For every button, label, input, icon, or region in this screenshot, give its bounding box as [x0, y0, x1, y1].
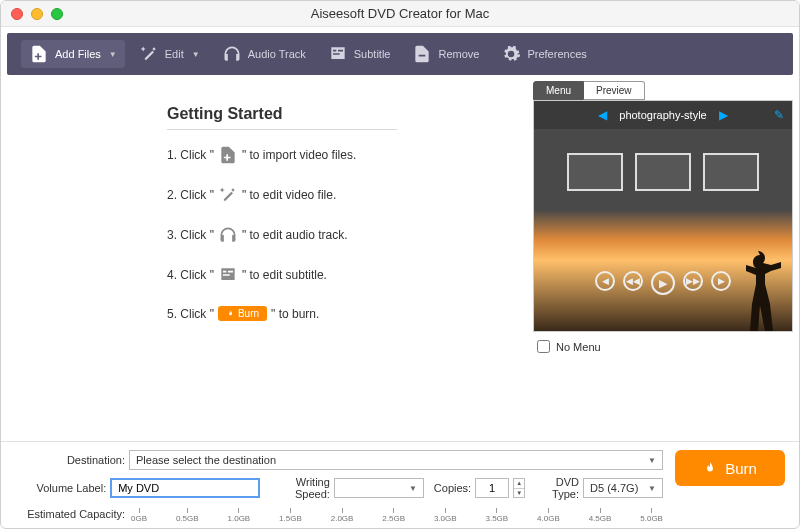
remove-icon [412, 44, 432, 64]
template-name: photography-style [619, 109, 706, 121]
rewind-button[interactable]: ◀◀ [623, 271, 643, 291]
volume-label-label: Volume Label: [15, 482, 106, 494]
edit-button[interactable]: Edit ▼ [131, 40, 208, 68]
capacity-tick: 2.5GB [382, 508, 405, 523]
prev-button[interactable]: ◀ [595, 271, 615, 291]
tab-menu[interactable]: Menu [533, 81, 584, 100]
edit-label: Edit [165, 48, 184, 60]
play-button[interactable]: ▶ [651, 271, 675, 295]
add-files-button[interactable]: Add Files ▼ [21, 40, 125, 68]
remove-label: Remove [438, 48, 479, 60]
tab-preview[interactable]: Preview [584, 81, 645, 100]
preview-tabs: Menu Preview [533, 81, 793, 100]
add-files-icon [29, 44, 49, 64]
capacity-meter: 0GB0.5GB1.0GB1.5GB2.0GB2.5GB3.0GB3.5GB4.… [131, 508, 663, 522]
template-thumbs [534, 153, 792, 191]
edit-template-icon[interactable]: ✎ [774, 108, 784, 122]
no-menu-checkbox[interactable] [537, 340, 550, 353]
subtitle-icon [218, 266, 238, 284]
headphones-icon [218, 226, 238, 244]
step-4: 4. Click " " to edit subtitle. [167, 266, 397, 284]
content-area: Getting Started 1. Click " " to import v… [1, 81, 799, 441]
template-next-icon[interactable]: ▶ [719, 108, 728, 122]
copies-input[interactable] [475, 478, 509, 498]
bottom-panel: Destination: Please select the destinati… [1, 441, 799, 528]
writing-speed-label: Writing Speed: [270, 476, 330, 500]
chevron-down-icon: ▼ [648, 484, 656, 493]
destination-label: Destination: [15, 454, 125, 466]
add-files-label: Add Files [55, 48, 101, 60]
template-prev-icon[interactable]: ◀ [598, 108, 607, 122]
photographer-silhouette [728, 231, 788, 331]
thumb-slot [567, 153, 623, 191]
flame-icon [703, 460, 717, 476]
menu-preview-box: ◀ photography-style ▶ ✎ ◀ ◀◀ ▶ ▶ [533, 100, 793, 332]
forward-button[interactable]: ▶▶ [683, 271, 703, 291]
subtitle-label: Subtitle [354, 48, 391, 60]
add-files-icon [218, 146, 238, 164]
capacity-tick: 4.5GB [589, 508, 612, 523]
chevron-down-icon: ▼ [409, 484, 417, 493]
preview-pane: Menu Preview ◀ photography-style ▶ ✎ [533, 81, 793, 441]
capacity-tick: 3.5GB [485, 508, 508, 523]
destination-select[interactable]: Please select the destination ▼ [129, 450, 663, 470]
audio-track-label: Audio Track [248, 48, 306, 60]
capacity-tick: 2.0GB [331, 508, 354, 523]
dvd-type-select[interactable]: D5 (4.7G) ▼ [583, 478, 663, 498]
copies-stepper[interactable]: ▲▼ [513, 478, 525, 498]
writing-speed-select[interactable]: ▼ [334, 478, 424, 498]
step-5: 5. Click " Burn " to burn. [167, 306, 397, 321]
volume-label-input[interactable] [110, 478, 260, 498]
step-1: 1. Click " " to import video files. [167, 146, 397, 164]
capacity-tick: 0GB [131, 508, 147, 523]
copies-label: Copies: [434, 482, 471, 494]
app-window: Aiseesoft DVD Creator for Mac Add Files … [0, 0, 800, 529]
no-menu-label: No Menu [556, 341, 601, 353]
preferences-label: Preferences [527, 48, 586, 60]
subtitle-icon [328, 44, 348, 64]
capacity-tick: 0.5GB [176, 508, 199, 523]
dvd-type-label: DVD Type: [535, 476, 579, 500]
burn-button[interactable]: Burn [675, 450, 785, 486]
capacity-tick: 3.0GB [434, 508, 457, 523]
step-2: 2. Click " " to edit video file. [167, 186, 397, 204]
headphones-icon [222, 44, 242, 64]
flame-icon [226, 309, 235, 319]
main-toolbar: Add Files ▼ Edit ▼ Audio Track Subtitle … [7, 33, 793, 75]
getting-started-pane: Getting Started 1. Click " " to import v… [7, 81, 527, 441]
capacity-tick: 4.0GB [537, 508, 560, 523]
audio-track-button[interactable]: Audio Track [214, 40, 314, 68]
step-3: 3. Click " " to edit audio track. [167, 226, 397, 244]
wand-icon [139, 44, 159, 64]
template-selector: ◀ photography-style ▶ ✎ [534, 101, 792, 129]
burn-pill-sample: Burn [218, 306, 267, 321]
burn-button-label: Burn [725, 460, 757, 477]
remove-button[interactable]: Remove [404, 40, 487, 68]
estimated-capacity-label: Estimated Capacity: [15, 508, 125, 520]
thumb-slot [703, 153, 759, 191]
gear-icon [501, 44, 521, 64]
chevron-down-icon: ▼ [109, 50, 117, 59]
capacity-tick: 1.5GB [279, 508, 302, 523]
titlebar: Aiseesoft DVD Creator for Mac [1, 1, 799, 27]
wand-icon [218, 186, 238, 204]
capacity-tick: 5.0GB [640, 508, 663, 523]
capacity-tick: 1.0GB [228, 508, 251, 523]
getting-started-heading: Getting Started [167, 105, 397, 130]
preferences-button[interactable]: Preferences [493, 40, 594, 68]
subtitle-button[interactable]: Subtitle [320, 40, 399, 68]
stepper-up-icon[interactable]: ▲ [514, 479, 524, 489]
window-title: Aiseesoft DVD Creator for Mac [1, 6, 799, 21]
no-menu-option[interactable]: No Menu [533, 332, 793, 361]
chevron-down-icon: ▼ [648, 456, 656, 465]
stepper-down-icon[interactable]: ▼ [514, 489, 524, 498]
chevron-down-icon: ▼ [192, 50, 200, 59]
thumb-slot [635, 153, 691, 191]
menu-template-preview[interactable]: ◀ ◀◀ ▶ ▶▶ ▶ [534, 129, 792, 331]
